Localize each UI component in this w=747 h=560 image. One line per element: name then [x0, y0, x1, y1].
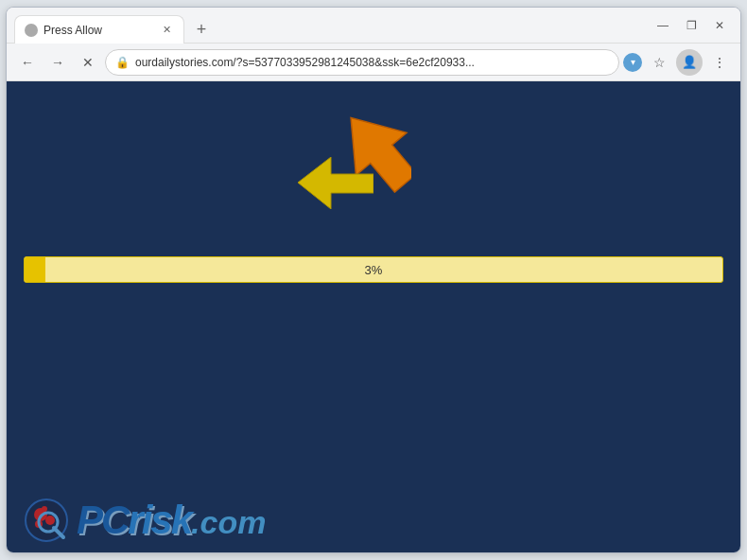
url-text: ourdailystories.com/?s=53770339529812450… — [135, 56, 609, 69]
toolbar: ← → ✕ 🔒 ourdailystories.com/?s=537703395… — [7, 44, 740, 81]
progress-bar: 3% — [24, 256, 723, 283]
profile-icon[interactable]: 👤 — [676, 49, 703, 76]
profile-dropdown-icon[interactable]: ▾ — [623, 53, 642, 72]
maximize-button[interactable]: ❐ — [678, 12, 704, 39]
pcrisk-dotcom-text: .com — [191, 504, 266, 541]
pcrisk-pc-text: PC — [77, 498, 128, 543]
menu-icon[interactable]: ⋮ — [706, 49, 733, 76]
tab-close-button[interactable]: ✕ — [159, 23, 174, 38]
tab-title: Press Allow — [43, 24, 153, 37]
page-content: 3% PC risk .com — [7, 81, 740, 552]
svg-point-4 — [45, 516, 55, 525]
reload-button[interactable]: ✕ — [75, 49, 101, 76]
minimize-button[interactable]: — — [650, 12, 676, 39]
svg-point-6 — [42, 506, 47, 512]
window-controls: — ❐ ✕ — [650, 12, 733, 39]
watermark: PC risk .com — [24, 498, 266, 543]
close-button[interactable]: ✕ — [706, 12, 733, 39]
tab-area: Press Allow ✕ + — [14, 8, 642, 43]
progress-container: 3% — [24, 256, 723, 283]
yellow-arrow — [298, 157, 374, 209]
pcrisk-risk-text: risk — [128, 498, 191, 543]
progress-bar-fill — [25, 257, 45, 282]
pcrisk-brand-text: PC risk .com — [77, 498, 266, 543]
active-tab[interactable]: Press Allow ✕ — [14, 15, 184, 44]
pcrisk-logo-icon — [24, 498, 69, 543]
back-button[interactable]: ← — [14, 49, 41, 76]
browser-window: Press Allow ✕ + — ❐ ✕ ← → ✕ 🔒 ourdailyst… — [6, 7, 741, 553]
new-tab-button[interactable]: + — [188, 16, 215, 43]
forward-button[interactable]: → — [44, 49, 71, 76]
bookmark-icon[interactable]: ☆ — [646, 49, 672, 76]
tab-favicon — [25, 24, 38, 37]
address-bar[interactable]: 🔒 ourdailystories.com/?s=537703395298124… — [105, 49, 619, 76]
lock-icon: 🔒 — [115, 56, 130, 69]
title-bar: Press Allow ✕ + — ❐ ✕ — [7, 8, 740, 44]
progress-label: 3% — [365, 263, 383, 277]
svg-marker-1 — [298, 157, 374, 209]
